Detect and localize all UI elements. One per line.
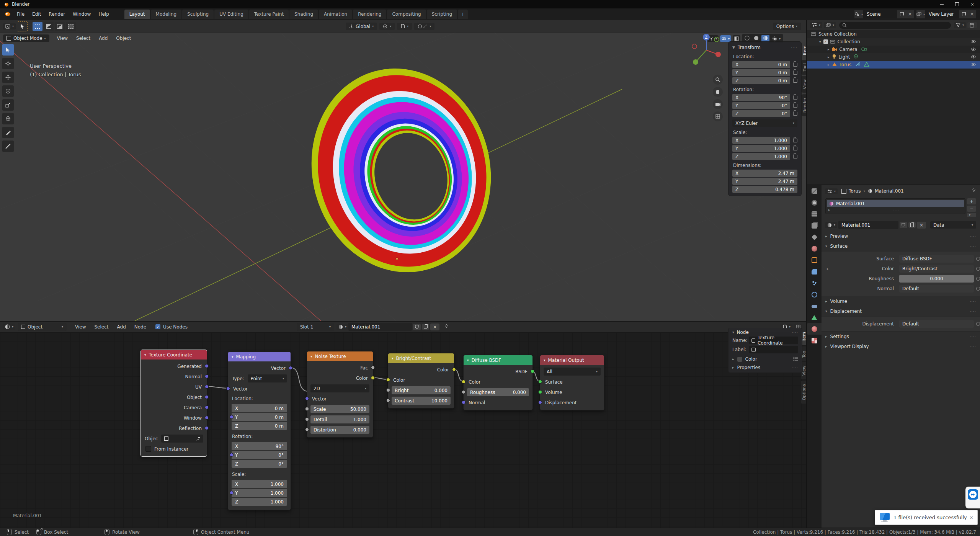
- vector-socket[interactable]: [538, 400, 542, 404]
- transform-orientation-dropdown[interactable]: Global▾: [346, 23, 377, 30]
- lock-icon[interactable]: [793, 79, 797, 83]
- slot-specials-dropdown[interactable]: ▾: [967, 213, 976, 217]
- node-vector-field[interactable]: Z0°: [232, 460, 287, 468]
- node-value-field[interactable]: Contrast10.000: [392, 397, 451, 405]
- expand-caret-icon[interactable]: ▸: [828, 55, 830, 59]
- node-vector-field[interactable]: Y0°: [232, 451, 287, 459]
- blender-menu-icon[interactable]: [4, 11, 11, 17]
- tab-modeling[interactable]: Modeling: [151, 10, 182, 19]
- tab-sculpting[interactable]: Sculpting: [182, 10, 214, 19]
- tab-shading[interactable]: Shading: [289, 10, 318, 19]
- remove-slot-button[interactable]: −: [967, 206, 976, 212]
- node-menu-node[interactable]: Node: [131, 323, 150, 331]
- remote-widget[interactable]: ↔: [965, 487, 980, 508]
- node-vector-field[interactable]: Z0 m: [232, 422, 287, 430]
- panel-settings[interactable]: ▸Settings····: [822, 332, 980, 342]
- lock-icon[interactable]: [793, 63, 797, 67]
- sidebar-tab-item[interactable]: Item: [802, 42, 807, 59]
- vector-socket[interactable]: [226, 387, 230, 391]
- node-name-input[interactable]: Texture Coordinate: [749, 337, 798, 344]
- property-value-normal[interactable]: Default: [899, 285, 974, 293]
- value-socket[interactable]: [386, 399, 390, 402]
- notification-toast[interactable]: 1 file(s) received successfully ×: [875, 510, 978, 525]
- visibility-eye-icon[interactable]: [970, 62, 976, 68]
- material-properties-tab[interactable]: [807, 323, 822, 335]
- collection-checkbox[interactable]: ✓: [823, 39, 830, 44]
- node-header-noise-texture[interactable]: ▾Noise Texture: [307, 351, 373, 361]
- proportional-editing-dropdown[interactable]: ▾: [414, 23, 434, 30]
- tool-move-button[interactable]: [2, 72, 14, 83]
- node-value-field[interactable]: Distortion0.000: [310, 426, 369, 434]
- tool-transform-button[interactable]: [2, 113, 14, 124]
- outliner-row-torus[interactable]: ▸Torus: [807, 61, 980, 69]
- node-dropdown[interactable]: Point▾: [248, 374, 287, 382]
- scene-delete-button[interactable]: ×: [906, 10, 914, 18]
- menu-edit[interactable]: Edit: [28, 10, 45, 18]
- shading-rendered-button[interactable]: ▾: [771, 36, 782, 42]
- tool-properties-tab[interactable]: [807, 185, 822, 197]
- tab-texture-paint[interactable]: Texture Paint: [249, 10, 289, 19]
- physics-properties-tab[interactable]: [807, 289, 822, 300]
- tool-annotate-button[interactable]: [2, 127, 14, 138]
- constraints-properties-tab[interactable]: [807, 300, 822, 312]
- value-socket[interactable]: [462, 390, 466, 394]
- viewport-canvas[interactable]: [0, 33, 806, 321]
- node-material-output[interactable]: ▾Material OutputAll▾SurfaceVolumeDisplac…: [540, 355, 604, 410]
- vector-socket[interactable]: [305, 397, 309, 400]
- node-value-field[interactable]: Roughness0.000: [467, 388, 529, 396]
- expand-caret-icon[interactable]: ▸: [828, 47, 830, 51]
- color-socket[interactable]: [371, 376, 375, 380]
- node-dropdown[interactable]: All▾: [544, 368, 601, 376]
- object-properties-tab[interactable]: [807, 254, 822, 266]
- panel-surface[interactable]: ▾Surface····: [822, 241, 980, 251]
- property-value-displacement[interactable]: Default: [899, 320, 974, 328]
- viewport-menu-add[interactable]: Add: [95, 34, 111, 42]
- expand-caret-icon[interactable]: ▸: [828, 63, 830, 67]
- animate-decorator-icon[interactable]: [976, 277, 980, 281]
- node-vector-field[interactable]: X90°: [232, 442, 287, 450]
- node-value-field[interactable]: Bright0.000: [392, 386, 451, 394]
- outliner-filter-dropdown[interactable]: ▾: [954, 22, 966, 28]
- node-menu-view[interactable]: View: [71, 323, 90, 331]
- shader-socket[interactable]: [538, 380, 542, 384]
- tool-measure-button[interactable]: [2, 141, 14, 152]
- render-properties-tab[interactable]: [807, 197, 822, 208]
- node-menu-add[interactable]: Add: [113, 323, 130, 331]
- link-mode-dropdown[interactable]: Data▾: [930, 221, 976, 229]
- color-socket[interactable]: [462, 380, 466, 384]
- transform-value-field[interactable]: X90°: [732, 94, 790, 101]
- shader-socket[interactable]: [538, 390, 542, 394]
- tool-cursor-3d-button[interactable]: [2, 58, 14, 69]
- outliner-search-input[interactable]: [839, 22, 951, 29]
- material-name-field-node[interactable]: Material.001: [348, 323, 412, 331]
- breadcrumb-material[interactable]: Material.001: [875, 188, 903, 194]
- expand-arrow-icon[interactable]: ▸: [827, 267, 829, 271]
- scene-name[interactable]: Scene: [863, 10, 897, 18]
- color-socket[interactable]: [452, 368, 456, 371]
- transform-value-field[interactable]: Y-0°: [732, 102, 790, 109]
- from-instancer-checkbox[interactable]: From Instancer: [141, 444, 207, 454]
- node-header-bright-contrast[interactable]: ▾Bright/Contrast: [388, 353, 454, 363]
- visibility-eye-icon[interactable]: [970, 55, 976, 60]
- view-layer-icon[interactable]: ▾: [916, 10, 925, 18]
- select-mode-extend-button[interactable]: [44, 22, 54, 31]
- outliner-row-light[interactable]: ▸Light: [807, 53, 980, 61]
- vector-socket[interactable]: [205, 426, 209, 430]
- lock-icon[interactable]: [793, 155, 797, 159]
- tab-compositing[interactable]: Compositing: [387, 10, 426, 19]
- copy-material-button[interactable]: [908, 222, 916, 228]
- menu-help[interactable]: Help: [95, 10, 113, 18]
- transform-value-field[interactable]: Y2.47 m: [732, 178, 797, 185]
- sidebar-tab-tool[interactable]: Tool: [802, 60, 807, 75]
- copy-material-button-node[interactable]: [422, 324, 429, 330]
- options-dropdown[interactable]: Options▾: [773, 23, 801, 30]
- node-header-diffuse-bsdf[interactable]: ▾Diffuse BSDF: [464, 355, 532, 365]
- data-properties-tab[interactable]: [807, 312, 822, 323]
- color-socket[interactable]: [386, 378, 390, 382]
- transform-value-field[interactable]: Z0 m: [732, 77, 790, 84]
- node-properties-panel[interactable]: ▸Properties····: [728, 363, 802, 371]
- value-socket[interactable]: [305, 407, 309, 411]
- vector-socket[interactable]: [205, 416, 209, 420]
- node-header-texture-coordinate[interactable]: ▾Texture Coordinate: [141, 350, 207, 360]
- node-menu-select[interactable]: Select: [91, 323, 113, 331]
